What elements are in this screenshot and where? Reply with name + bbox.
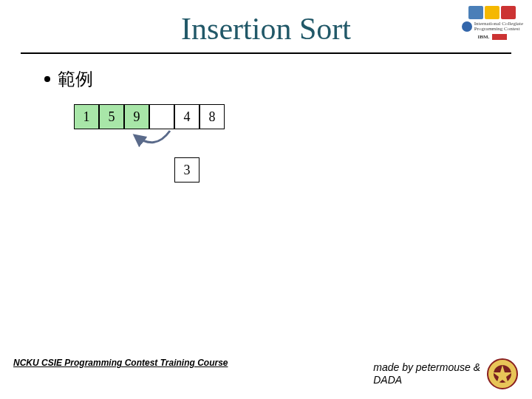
acm-text-block: International Collegiate Programming Con…	[474, 21, 523, 32]
array-cell-sorted: 9	[124, 104, 149, 129]
logo-tiles	[468, 6, 516, 19]
credits-line1: made by petermouse &	[373, 361, 480, 373]
array-cell-sorted: 1	[74, 104, 99, 129]
example-label: 範例	[58, 67, 93, 91]
array-cell: 8	[200, 104, 225, 129]
ibm-text: IBM.	[477, 34, 489, 40]
logo-tile-red	[501, 6, 516, 19]
footer-right: made by petermouse & DADA	[373, 358, 519, 390]
bullet-row: 範例	[44, 67, 488, 91]
logo-tile-blue	[468, 6, 483, 19]
bullet-icon	[44, 76, 50, 82]
acm-logo-row: International Collegiate Programming Con…	[462, 21, 523, 32]
credits-line2: DADA	[373, 374, 402, 386]
credits-text: made by petermouse & DADA	[373, 361, 480, 387]
content-area: 範例 1 5 9 4 8 3	[0, 54, 532, 221]
sponsor-badge-icon	[492, 34, 507, 40]
array-diagram: 1 5 9 4 8 3	[74, 104, 488, 208]
top-right-logos: International Collegiate Programming Con…	[462, 6, 523, 40]
array-cell: 4	[174, 104, 200, 129]
array-cell-sorted: 5	[99, 104, 124, 129]
footer: NCKU CSIE Programming Contest Training C…	[0, 358, 532, 390]
ibm-row: IBM.	[477, 34, 507, 40]
ncku-logo-icon	[486, 358, 519, 390]
array-cell-inserting: 3	[174, 157, 200, 183]
footer-course-name: NCKU CSIE Programming Contest Training C…	[13, 358, 228, 368]
swap-arrow-icon	[126, 128, 185, 157]
acm-circle-icon	[462, 21, 472, 32]
page-title: Insertion Sort	[0, 11, 532, 47]
logo-tile-yellow	[485, 6, 499, 19]
array-cell-empty	[149, 104, 174, 129]
acm-line2: Programming Contest	[474, 27, 523, 32]
